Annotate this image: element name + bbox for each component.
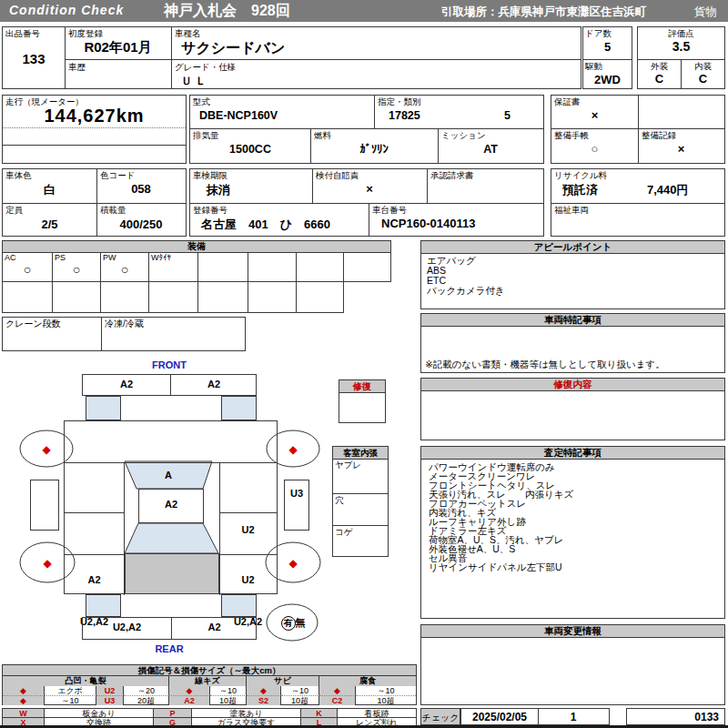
warranty-label: 保証書 [554,96,581,106]
grade: Ｕ Ｌ [181,74,206,89]
legend-cell: ◆ [169,686,210,696]
panel-code: U2 [219,524,277,535]
damage-legend-table: 損傷記号＆損傷サイズ（～最大cm） 凸凹・亀裂 線キズ サビ 腐食 ◆ エクボ … [2,664,417,705]
legend-cell: C2 [319,696,356,705]
condition-check-sheet: Condition Check 神戸入札会 928回 引取場所：兵庫県神戸市東灘… [0,0,728,728]
wheel-damage-mark: ◆ [288,443,298,456]
legend-cell: 10超 [210,696,247,705]
equipment-header: 装備 [2,240,391,252]
model-name: サクシードバン [181,39,285,58]
body-color: 白 [3,182,96,198]
cabin-item-label: コゲ [335,527,352,537]
equip-cell-empty [296,281,344,313]
sheet-number: 0133 [694,711,719,723]
model-name-label: 車種名 [175,28,201,38]
vehicle-notes-box: 車両特記事項 ※記載のない書類・機器等は無しとして取り扱います。 [420,313,725,373]
legend-cell: 10超 [356,696,416,705]
rear-label: REAR [82,643,257,654]
crane-fridge-box: クレーン段数 冷凍/冷蔵 [2,317,246,351]
category-badge: 貨物 [694,5,717,20]
recycle-status: 預託済 [562,182,598,198]
class-label: 指定・類別 [378,96,421,106]
load-label: 積載量 [100,205,126,215]
equip-label: Wﾀｲﾔ [151,253,171,263]
equip-cell-pw: PW ○ [100,252,149,282]
car-damage-diagram: ◆ ◆ ◆ ◆ FRONT A2 A2 U2 [0,355,328,655]
inspection-reg-box: 車検期限 抹消 検付自賠責 × 承認請求書 登録番号 名古屋 401 ひ 666… [189,168,544,237]
appeal-item: バックカメラ付き [427,286,505,296]
title-bar: Condition Check 神戸入札会 928回 引取場所：兵庫県神戸市東灘… [0,0,728,22]
front-label: FRONT [82,359,257,370]
wheel-damage-mark: ◆ [43,557,52,570]
equip-cell-empty [148,281,198,313]
insurance-value: × [312,182,427,196]
side-panel-right: U3 [284,480,309,531]
score-box: 評価点 3.5 外装 C 内装 C [637,26,725,89]
equip-cell-empty [52,281,101,313]
check-label: チェック [421,712,460,724]
first-reg-label: 初度登録 [68,28,103,38]
class-no2: 5 [504,109,511,122]
legend-cell: 10超 [281,696,319,705]
side-panel-left [30,480,59,531]
panel-code: U2 [219,574,277,585]
legend-cell: ◆ [247,686,281,696]
maintenance-book-value: ○ [551,142,638,156]
roof-panel: A2 [138,489,204,523]
reg-no: 名古屋 401 ひ 6660 [201,217,330,233]
rear-pillar-left [86,594,121,617]
change-info-title: 車両変更情報 [421,625,724,638]
displacement-label: 排気量 [193,130,219,140]
drive-value: 2WD [583,73,632,86]
recycle-label: リサイクル料 [554,170,607,180]
code-cell: K [301,709,338,718]
sheet-number-box: 0133 [626,708,725,725]
code-cell: 看板跡 [338,709,416,718]
welfare-label: 福祉車両 [554,205,589,215]
mileage-value: 144,627km [3,106,186,126]
panel-code: U3 [285,488,308,499]
equip-mark: ○ [53,262,100,277]
doors-drive-box: ドア数 5 駆動 2WD [582,26,632,89]
drive-label: 駆動 [585,61,602,71]
equip-mark: ○ [3,262,52,277]
code-cell: L [301,718,338,725]
inspection-value: 抹消 [207,182,230,198]
first-reg: R02年01月 [65,39,171,56]
front-bumper: A2 A2 [82,374,257,396]
equip-cell-empty [248,252,297,282]
spare-tire-indicator: 有無 [268,616,318,631]
equip-cell-wtire: Wﾀｲﾔ [148,252,198,282]
code-cell: X [3,718,45,725]
check-label-cell: チェック [420,708,460,725]
color-capacity-box: 車体色 白 色コード 058 定員 2/5 積載量 400/250 [2,168,187,237]
rear-window-panel [125,553,219,594]
equip-mark: ○ [101,262,148,277]
legend-cell: ～20 [124,686,169,696]
warranty-box: 保証書 × 整備手帳 ○ 整備記録 × [551,95,725,164]
capacity-label: 定員 [5,205,23,215]
appeal-box: アピールポイント エアバッグ ABS ETC バックカメラ付き [420,240,725,309]
code-cell: G [154,718,192,725]
legend-group-dents: 凸凹・亀裂 [3,676,169,686]
equipment-title: 装備 [3,241,390,252]
pickup-location: 引取場所：兵庫県神戸市東灘区住吉浜町 [441,5,646,20]
recycle-box: リサイクル料 預託済 7,440円 福祉車両 [551,168,725,237]
legend-title: 損傷記号＆損傷サイズ（～最大cm） [3,665,416,676]
load: 400/250 [96,217,186,231]
score-value: 3.5 [638,39,724,54]
lot-number: 133 [3,51,65,66]
cabin-row-hole: 穴 [333,494,388,526]
displacement: 1500CC [190,143,310,156]
score-label: 評価点 [638,28,724,38]
main-info-box: 出品番号 133 初度登録 R02年01月 車歴 車種名 サクシードバン グレー… [2,26,581,89]
legend-cell: ～10 [281,686,319,696]
legend-group-scratch: 線キズ [169,676,247,686]
brand-logo: Condition Check [9,3,124,17]
repair-codes-table: W 板金あり P 塗装あり K 看板跡 X 交換跡 G ガラス交換要す L レン… [2,708,417,726]
legend-cell: A2 [169,696,210,705]
panel-code: U2,A2 [83,622,171,632]
class-no1: 17825 [389,109,420,122]
assessment-title: 査定特記事項 [421,447,724,460]
code-cell: P [154,709,192,718]
